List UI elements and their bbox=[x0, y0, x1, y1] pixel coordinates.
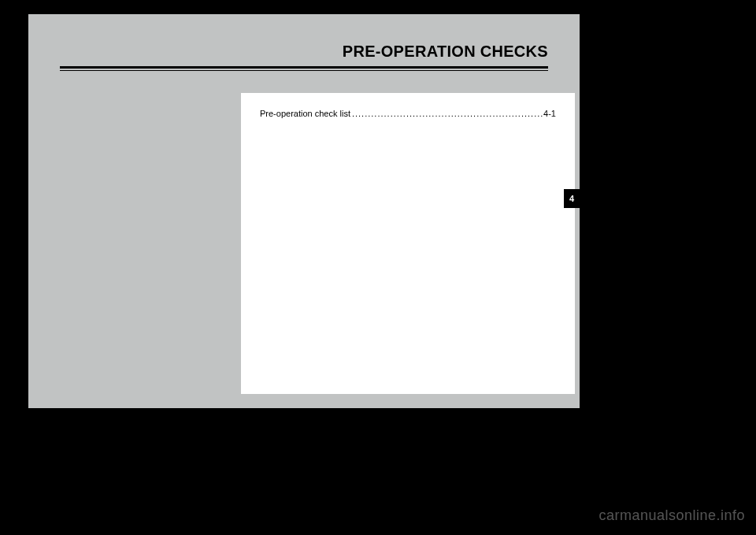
divider-thin bbox=[60, 70, 548, 71]
toc-entry: Pre-operation check list ...............… bbox=[260, 109, 556, 118]
toc-panel: Pre-operation check list ...............… bbox=[241, 93, 575, 394]
chapter-thumb-tab: 4 bbox=[564, 189, 580, 208]
toc-entry-page: 4-1 bbox=[543, 109, 556, 118]
toc-entry-label: Pre-operation check list bbox=[260, 109, 350, 118]
divider-thick bbox=[60, 66, 548, 69]
manual-page: PRE-OPERATION CHECKS Pre-operation check… bbox=[28, 14, 580, 408]
watermark-text: carmanualsonline.info bbox=[598, 507, 745, 524]
toc-entry-leader: ........................................… bbox=[350, 109, 543, 118]
chapter-number: 4 bbox=[569, 194, 574, 203]
heading-area: PRE-OPERATION CHECKS bbox=[60, 43, 548, 61]
page-title: PRE-OPERATION CHECKS bbox=[60, 43, 548, 61]
